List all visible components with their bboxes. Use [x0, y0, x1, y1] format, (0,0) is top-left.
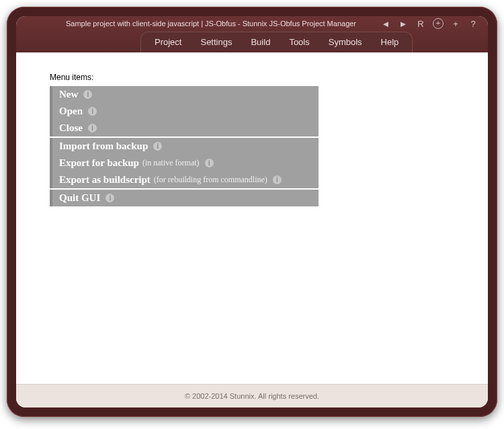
help-icon[interactable]: ?: [468, 19, 478, 29]
menu-group: Quit GUIi: [50, 190, 319, 208]
menu-item-sublabel: (for rebuilding from commandline): [154, 175, 267, 185]
tab-build[interactable]: Build: [241, 32, 280, 52]
menu-item[interactable]: Newi: [50, 86, 319, 103]
section-heading: Menu items:: [50, 73, 488, 82]
tab-tools[interactable]: Tools: [280, 32, 319, 52]
menu-item-label: Import from backup: [59, 141, 148, 152]
menu-item-label: Open: [59, 106, 83, 117]
reload-icon[interactable]: R: [415, 19, 426, 29]
menu-item[interactable]: Export as buildscript(for rebuilding fro…: [50, 171, 319, 188]
content-area: Menu items: NewiOpeniCloseiImport from b…: [16, 52, 488, 385]
tab-bar: Project Settings Build Tools Symbols Hel…: [134, 32, 419, 52]
menu-item[interactable]: Openi: [50, 103, 319, 120]
menu-item-sublabel: (in native format): [142, 158, 200, 168]
tab-bar-inner: Project Settings Build Tools Symbols Hel…: [140, 32, 413, 52]
info-icon[interactable]: i: [88, 124, 97, 132]
info-icon[interactable]: i: [83, 90, 92, 99]
menu-item-label: New: [59, 89, 78, 100]
info-icon[interactable]: i: [153, 142, 162, 151]
tab-project[interactable]: Project: [145, 32, 191, 52]
info-icon[interactable]: i: [205, 159, 214, 167]
menu-item[interactable]: Export for backup(in native format)i: [50, 155, 319, 171]
menu-group: Import from backupiExport for backup(in …: [50, 138, 319, 190]
menu-list: NewiOpeniCloseiImport from backupiExport…: [50, 86, 319, 208]
add-icon[interactable]: +: [450, 19, 461, 29]
tab-settings[interactable]: Settings: [191, 32, 241, 52]
forward-icon[interactable]: ►: [398, 19, 409, 29]
menu-item-label: Close: [59, 122, 83, 134]
info-icon[interactable]: i: [88, 107, 97, 116]
header-bar: Sample project with client-side javascri…: [16, 16, 488, 52]
window-inner: Sample project with client-side javascri…: [16, 16, 488, 407]
window-frame: Sample project with client-side javascri…: [7, 7, 497, 417]
back-icon[interactable]: ◄: [380, 19, 391, 29]
page-title: Sample project with client-side javascri…: [66, 20, 356, 28]
info-icon[interactable]: i: [106, 194, 114, 202]
menu-item[interactable]: Quit GUIi: [50, 190, 319, 206]
menu-item-label: Quit GUI: [59, 192, 100, 204]
info-icon[interactable]: i: [273, 176, 282, 184]
header-nav-icons: ◄ ► R + + ?: [380, 18, 478, 29]
menu-item-label: Export for backup: [59, 157, 139, 169]
menu-group: NewiOpeniClosei: [50, 86, 319, 138]
menu-item-label: Export as buildscript: [59, 174, 151, 186]
footer-bar: © 2002-2014 Stunnix. All rights reserved…: [16, 384, 488, 407]
tab-symbols[interactable]: Symbols: [319, 32, 372, 52]
menu-item[interactable]: Closei: [50, 120, 319, 136]
footer-text: © 2002-2014 Stunnix. All rights reserved…: [185, 392, 319, 400]
zoom-out-icon[interactable]: +: [433, 18, 444, 29]
tab-help[interactable]: Help: [372, 32, 409, 52]
menu-item[interactable]: Import from backupi: [50, 138, 319, 155]
